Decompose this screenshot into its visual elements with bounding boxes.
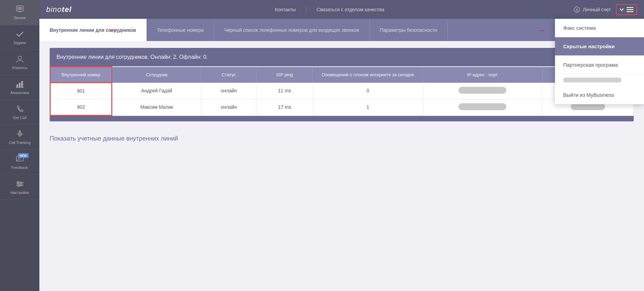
sidebar-item-nastroyki[interactable]: Настройки xyxy=(0,175,39,200)
cell-number-1: 901 xyxy=(50,83,112,99)
cell-sip-1: 11 ms xyxy=(256,83,313,99)
svg-rect-11 xyxy=(19,131,21,132)
header-nav: Контакты Связаться с отделом качества xyxy=(85,7,574,12)
chevron-down-icon xyxy=(619,7,624,12)
dropdown-item-hidden-settings[interactable]: Скрытые настройки xyxy=(555,37,644,56)
header-right: $ Личный счет xyxy=(574,4,637,15)
cell-number-2: 902 xyxy=(50,99,112,115)
table-row: 902 Максим Малик онлайн 17 ms xyxy=(50,99,634,115)
tab-security[interactable]: Параметры безопасности xyxy=(370,19,448,41)
sidebar-calltracking-label: Call Tracking xyxy=(9,141,31,145)
content-body: Внутренние линии для сотрудников. Онлайн… xyxy=(39,41,644,291)
sub-nav-wrapper: Внутренние линии для сотрудников Телефон… xyxy=(39,19,644,41)
sidebar-item-feedback[interactable]: NEW Feedback xyxy=(0,150,39,175)
ip-bar-1 xyxy=(458,87,506,94)
table-header-text: Внутренние линии для сотрудников. Онлайн… xyxy=(56,54,208,60)
col-ip-port: IP адрес : порт xyxy=(423,67,542,83)
nav-contacts[interactable]: Контакты xyxy=(265,7,306,12)
analytics-icon xyxy=(15,80,24,89)
cell-ip-1 xyxy=(423,83,542,99)
sidebar-analitika-label: Аналитика xyxy=(10,91,29,95)
top-header: binotel Контакты Связаться с отделом кач… xyxy=(39,0,644,19)
dropdown-gray-bar xyxy=(563,78,621,82)
sub-nav: Внутренние линии для сотрудников Телефон… xyxy=(39,19,644,41)
ip-bar-2 xyxy=(458,103,506,110)
cell-notif-2: 1 xyxy=(313,99,423,115)
logo: binotel xyxy=(46,5,72,14)
personal-account[interactable]: $ Личный счет xyxy=(574,6,611,13)
cell-notif-1: 0 xyxy=(313,83,423,99)
menu-button[interactable] xyxy=(616,4,637,15)
tab-internal-lines[interactable]: Внутренние линии для сотрудников xyxy=(39,19,147,41)
svg-rect-6 xyxy=(21,81,23,88)
dropdown-item-partner[interactable]: Партнерская програма xyxy=(555,56,644,74)
person-icon xyxy=(15,55,24,64)
svg-text:$: $ xyxy=(576,8,578,12)
cell-employee-1: Андрей Гадай xyxy=(112,83,201,99)
cell-status-2: онлайн xyxy=(201,99,256,115)
tab-phone-numbers[interactable]: Телефонные номера xyxy=(147,19,214,41)
main-area: binotel Контакты Связаться с отделом кач… xyxy=(39,0,644,291)
dropdown-menu: Факс система Скрытые настройки Партнерск… xyxy=(555,19,644,104)
sidebar-feedback-label: Feedback xyxy=(11,166,28,170)
table-header-row: Внутренние линии для сотрудников. Онлайн… xyxy=(50,48,634,66)
calltracking-icon xyxy=(15,130,24,138)
getcall-icon xyxy=(15,105,24,114)
sidebar: Звонки Задачи Клиенты Аналитика xyxy=(0,0,39,291)
svg-point-3 xyxy=(18,56,22,59)
sidebar-item-getcall[interactable]: Get Call xyxy=(0,100,39,125)
sidebar-nastroyki-label: Настройки xyxy=(11,190,29,195)
svg-rect-2 xyxy=(18,12,21,12)
sidebar-item-calltracking[interactable]: Call Tracking xyxy=(0,125,39,150)
sidebar-getcall-label: Get Call xyxy=(13,116,27,120)
sidebar-item-klienty[interactable]: Клиенты xyxy=(0,50,39,75)
phone-icon xyxy=(15,5,24,14)
tab-blacklist[interactable]: Черный список телефонных номеров для вхо… xyxy=(214,19,369,41)
dropdown-separator xyxy=(555,74,644,86)
svg-point-19 xyxy=(20,183,22,185)
table-row: 901 Андрей Гадай онлайн 11 ms xyxy=(50,83,634,99)
sidebar-item-analitika[interactable]: Аналитика xyxy=(0,75,39,100)
sidebar-item-zadachi[interactable]: Задачи xyxy=(0,25,39,50)
nav-quality[interactable]: Связаться с отделом качества xyxy=(306,7,395,12)
col-notifications: Оповещений о плохом интернете за сегодня xyxy=(313,67,423,83)
svg-rect-5 xyxy=(19,83,21,88)
hamburger-icon xyxy=(626,6,634,13)
show-credentials-link[interactable]: Показать учетные данные внутренних линий xyxy=(50,132,634,146)
check-icon xyxy=(15,30,24,39)
sidebar-zadachi-label: Задачи xyxy=(13,41,26,45)
svg-point-20 xyxy=(18,185,20,187)
col-status: Статус xyxy=(201,67,256,83)
col-sip-ping: SIP ping xyxy=(256,67,313,83)
svg-rect-4 xyxy=(16,84,18,88)
data-table: Внутренний номер Сотрудник Статус SIP pi… xyxy=(50,66,634,116)
dropdown-item-fax[interactable]: Факс система xyxy=(555,19,644,37)
cell-sip-2: 17 ms xyxy=(256,99,313,115)
svg-rect-1 xyxy=(17,7,22,10)
col-number: Внутренний номер xyxy=(50,67,112,83)
svg-point-18 xyxy=(17,182,19,183)
sidebar-klienty-label: Клиенты xyxy=(12,66,27,70)
new-badge: NEW xyxy=(18,153,28,158)
table-section: Внутренние линии для сотрудников. Онлайн… xyxy=(50,48,634,121)
settings-icon xyxy=(15,180,24,188)
cell-employee-2: Максим Малик xyxy=(112,99,201,115)
dropdown-item-logout[interactable]: Выйти из MyBusiness xyxy=(555,86,644,104)
cell-ip-2 xyxy=(423,99,542,115)
sidebar-item-zvonki[interactable]: Звонки xyxy=(0,0,39,25)
cell-status-1: онлайн xyxy=(201,83,256,99)
personal-account-label: Личный счет xyxy=(583,7,611,12)
sidebar-zvonki-label: Звонки xyxy=(14,16,26,20)
col-employee: Сотрудник xyxy=(112,67,201,83)
dollar-icon: $ xyxy=(574,6,580,13)
